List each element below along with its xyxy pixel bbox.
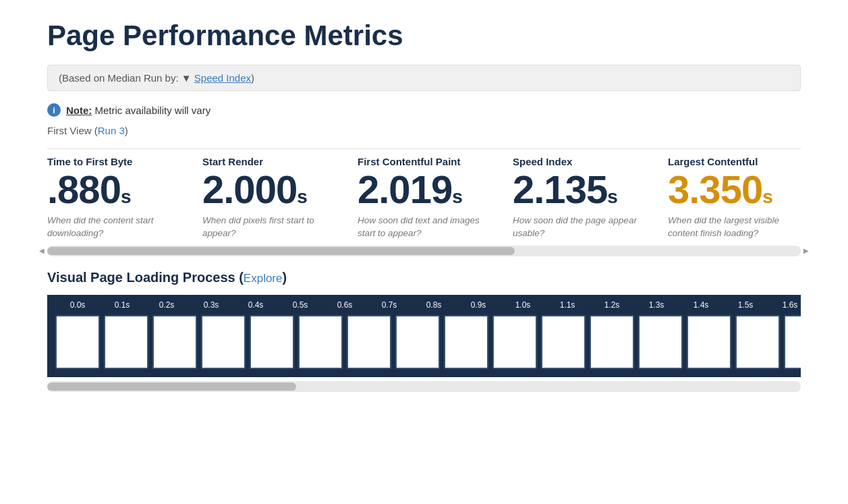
metric-label-fcp: First Contentful Paint xyxy=(358,156,486,167)
visual-loading-section: Visual Page Loading Process (Explore) 0.… xyxy=(47,270,801,392)
median-prefix: (Based on Median Run by: xyxy=(59,72,181,84)
metric-desc-start_render: When did pixels first start to appear? xyxy=(202,215,331,240)
scroll-thumb xyxy=(47,247,515,255)
timestamp-label: 0.0s xyxy=(55,300,100,310)
filmstrip-frame xyxy=(590,315,634,369)
metric-unit-start_render: s xyxy=(297,186,307,207)
metrics-scroll-wrapper[interactable]: Time to First Byte .880s When did the co… xyxy=(47,148,801,240)
metric-unit-fcp: s xyxy=(452,186,462,207)
filmstrip-frames xyxy=(55,315,793,369)
metric-desc-ttfb: When did the content start downloading? xyxy=(47,215,175,240)
metric-value-speed_index: 2.135s xyxy=(513,170,641,209)
metric-value-lcp: 3.350s xyxy=(668,170,796,209)
filmstrip-frame xyxy=(104,315,148,369)
page-container: Page Performance Metrics (Based on Media… xyxy=(0,0,848,405)
metric-label-ttfb: Time to First Byte xyxy=(47,156,175,167)
metric-desc-lcp: When did the largest visible content fin… xyxy=(668,215,796,240)
first-view-text: First View xyxy=(47,125,92,136)
median-suffix: ) xyxy=(251,72,254,84)
note-text: Note: Metric availability will vary xyxy=(66,105,210,116)
page-title: Page Performance Metrics xyxy=(47,20,801,51)
median-bar: (Based on Median Run by: ▼ Speed Index) xyxy=(47,65,801,91)
filmstrip-frame xyxy=(152,315,197,369)
metric-value-fcp: 2.019s xyxy=(358,170,486,209)
filmstrip-timestamps: 0.0s0.1s0.2s0.3s0.4s0.5s0.6s0.7s0.8s0.9s… xyxy=(55,300,793,310)
filmstrip-frame xyxy=(541,315,586,369)
filmstrip-frame xyxy=(638,315,683,369)
timestamp-label: 1.3s xyxy=(634,300,679,310)
section-title: Visual Page Loading Process (Explore) xyxy=(47,270,801,285)
timestamp-label: 0.7s xyxy=(367,300,412,310)
metric-desc-speed_index: How soon did the page appear usable? xyxy=(513,215,641,240)
metric-unit-speed_index: s xyxy=(607,186,617,207)
timestamp-label: 1.6s xyxy=(768,300,801,310)
timestamp-label: 0.1s xyxy=(100,300,144,310)
timestamp-label: 0.8s xyxy=(412,300,456,310)
metric-label-speed_index: Speed Index xyxy=(513,156,641,167)
timestamp-label: 0.9s xyxy=(456,300,501,310)
timestamp-label: 1.1s xyxy=(545,300,590,310)
metric-item-start_render: Start Render 2.000s When did pixels firs… xyxy=(202,156,351,240)
filmstrip-frame xyxy=(492,315,537,369)
speed-index-link[interactable]: Speed Index xyxy=(194,72,251,84)
metric-label-start_render: Start Render xyxy=(202,156,331,167)
filmstrip-frame xyxy=(250,315,294,369)
metrics-row: Time to First Byte .880s When did the co… xyxy=(47,148,801,240)
timestamp-label: 0.3s xyxy=(189,300,233,310)
filmstrip-frame xyxy=(395,315,440,369)
timestamp-label: 0.4s xyxy=(233,300,278,310)
metric-value-ttfb: .880s xyxy=(47,170,175,209)
explore-link[interactable]: Explore xyxy=(244,272,283,285)
filmstrip-frame xyxy=(201,315,246,369)
metric-unit-lcp: s xyxy=(762,186,772,207)
bottom-scroll-thumb xyxy=(47,383,296,391)
first-view-label: First View (Run 3) xyxy=(47,125,801,136)
median-arrow: ▼ xyxy=(181,72,192,84)
filmstrip-frame xyxy=(687,315,731,369)
metric-item-ttfb: Time to First Byte .880s When did the co… xyxy=(47,156,196,240)
metric-unit-ttfb: s xyxy=(121,186,131,207)
filmstrip-frame xyxy=(347,315,391,369)
note-label: Note: xyxy=(66,105,92,116)
metric-desc-fcp: How soon did text and images start to ap… xyxy=(358,215,486,240)
note-bar: i Note: Metric availability will vary xyxy=(47,103,801,117)
metric-item-speed_index: Speed Index 2.135s How soon did the page… xyxy=(513,156,661,240)
run-link[interactable]: Run 3 xyxy=(98,125,125,136)
timestamp-label: 1.2s xyxy=(590,300,634,310)
note-content: Metric availability will vary xyxy=(95,105,211,116)
timestamp-label: 1.5s xyxy=(723,300,768,310)
filmstrip-frame xyxy=(298,315,343,369)
filmstrip-frame xyxy=(784,315,801,369)
section-title-text: Visual Page Loading Process xyxy=(47,270,235,285)
timestamp-label: 1.0s xyxy=(501,300,545,310)
metric-label-lcp: Largest Contentful xyxy=(668,156,796,167)
timestamp-label: 1.4s xyxy=(679,300,723,310)
metric-item-lcp: Largest Contentful 3.350s When did the l… xyxy=(668,156,801,240)
scroll-left-arrow[interactable]: ◀ xyxy=(39,247,45,254)
timestamp-label: 0.6s xyxy=(322,300,367,310)
filmstrip-wrapper[interactable]: 0.0s0.1s0.2s0.3s0.4s0.5s0.6s0.7s0.8s0.9s… xyxy=(47,295,801,377)
scroll-right-arrow[interactable]: ▶ xyxy=(803,247,809,254)
timestamp-label: 0.2s xyxy=(144,300,189,310)
timestamp-label: 0.5s xyxy=(278,300,322,310)
filmstrip-frame xyxy=(735,315,780,369)
filmstrip-frame xyxy=(444,315,488,369)
filmstrip: 0.0s0.1s0.2s0.3s0.4s0.5s0.6s0.7s0.8s0.9s… xyxy=(47,295,801,377)
info-icon: i xyxy=(47,103,61,117)
metrics-scroll-container: Time to First Byte .880s When did the co… xyxy=(47,148,801,256)
metric-value-start_render: 2.000s xyxy=(202,170,331,209)
filmstrip-frame xyxy=(55,315,100,369)
metric-item-fcp: First Contentful Paint 2.019s How soon d… xyxy=(358,156,506,240)
